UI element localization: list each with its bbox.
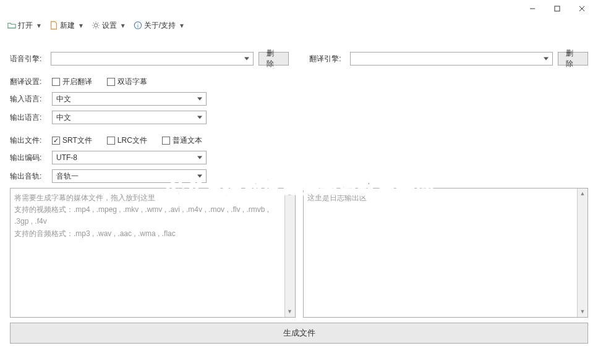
about-label: 关于/支持 (144, 20, 176, 31)
new-menu[interactable]: 新建 ▼ (47, 19, 87, 32)
settings-menu[interactable]: 设置 ▼ (89, 19, 129, 32)
log-output-panel: 这里是日志输出区 ▲ ▼ (303, 188, 589, 318)
voice-engine-delete-button[interactable]: 删除 (258, 52, 289, 66)
lrc-checkbox[interactable]: LRC文件 (107, 135, 147, 146)
scroll-up-icon[interactable]: ▲ (578, 188, 587, 199)
panels-container: 将需要生成字幕的媒体文件，拖入放到这里 支持的视频格式：.mp4 , .mpeg… (10, 188, 588, 318)
bilingual-checkbox[interactable]: 双语字幕 (107, 77, 147, 87)
drop-hint-2: 支持的视频格式：.mp4 , .mpeg , .mkv , .wmv , .av… (14, 204, 283, 227)
srt-checkbox[interactable]: SRT文件 (52, 135, 92, 146)
folder-open-icon (7, 21, 16, 30)
output-language-combo[interactable]: 中文 (52, 111, 207, 124)
translate-settings-row: 翻译设置: 开启翻译 双语字幕 (10, 77, 588, 87)
drop-hint-3: 支持的音频格式：.mp3 , .wav , .aac , .wma , .fla… (14, 228, 283, 240)
gear-icon (92, 21, 100, 30)
log-placeholder: 这里是日志输出区 (307, 192, 576, 204)
translate-settings-label: 翻译设置: (10, 77, 47, 87)
open-menu[interactable]: 打开 ▼ (5, 19, 45, 32)
output-file-label: 输出文件: (10, 135, 47, 146)
scroll-down-icon[interactable]: ▼ (285, 307, 295, 317)
input-language-row: 输入语言: 中文 (10, 92, 588, 106)
output-track-row: 输出音轨: 音轨一 (10, 169, 588, 183)
checkbox-icon (107, 78, 115, 86)
svg-point-4 (94, 23, 97, 27)
settings-label: 设置 (102, 20, 117, 31)
translate-engine-delete-button[interactable]: 删除 (558, 52, 588, 66)
drop-hint-1: 将需要生成字幕的媒体文件，拖入放到这里 (14, 192, 283, 204)
scrollbar[interactable]: ▲ ▼ (577, 188, 587, 317)
generate-button[interactable]: 生成文件 (10, 323, 588, 344)
caret-down-icon: ▼ (120, 22, 126, 29)
input-language-combo[interactable]: 中文 (52, 92, 207, 106)
new-label: 新建 (60, 20, 75, 31)
info-icon: i (134, 21, 142, 30)
checkbox-icon (162, 137, 170, 145)
media-drop-panel[interactable]: 将需要生成字幕的媒体文件，拖入放到这里 支持的视频格式：.mp4 , .mpeg… (10, 188, 296, 318)
output-encoding-row: 输出编码: UTF-8 (10, 151, 588, 164)
minimize-button[interactable] (520, 2, 545, 15)
scroll-up-icon[interactable]: ▲ (285, 188, 295, 199)
window-titlebar (0, 0, 598, 17)
caret-down-icon: ▼ (36, 22, 42, 29)
voice-engine-label: 语音引擎: (10, 54, 46, 64)
scroll-down-icon[interactable]: ▼ (578, 307, 587, 317)
output-track-combo[interactable]: 音轨一 (52, 169, 207, 183)
caret-down-icon: ▼ (78, 22, 84, 29)
output-language-row: 输出语言: 中文 (10, 111, 588, 124)
output-track-label: 输出音轨: (10, 171, 47, 182)
footer: 生成文件 (10, 323, 588, 351)
plain-text-checkbox[interactable]: 普通文本 (162, 135, 202, 146)
enable-translate-checkbox[interactable]: 开启翻译 (52, 77, 92, 87)
output-language-label: 输出语言: (10, 112, 47, 123)
checkbox-icon (52, 137, 60, 145)
maximize-button[interactable] (545, 2, 570, 15)
file-new-icon (49, 21, 58, 30)
output-encoding-label: 输出编码: (10, 153, 47, 163)
svg-rect-1 (555, 6, 560, 11)
checkbox-icon (107, 137, 115, 145)
translate-engine-label: 翻译引擎: (309, 54, 345, 64)
scrollbar[interactable]: ▲ ▼ (284, 188, 295, 317)
main-toolbar: 打开 ▼ 新建 ▼ 设置 ▼ i 关于/支持 ▼ (0, 17, 598, 36)
svg-text:i: i (137, 23, 139, 29)
open-label: 打开 (18, 20, 33, 31)
translate-engine-combo[interactable] (350, 52, 553, 66)
close-button[interactable] (570, 2, 594, 15)
engine-row: 语音引擎: 删除 翻译引擎: 删除 (10, 52, 588, 66)
output-file-row: 输出文件: SRT文件 LRC文件 普通文本 (10, 135, 588, 146)
output-encoding-combo[interactable]: UTF-8 (52, 151, 207, 164)
about-menu[interactable]: i 关于/支持 ▼ (131, 19, 187, 32)
caret-down-icon: ▼ (179, 22, 185, 29)
voice-engine-combo[interactable] (51, 52, 254, 66)
checkbox-icon (52, 78, 60, 86)
input-language-label: 输入语言: (10, 94, 47, 104)
